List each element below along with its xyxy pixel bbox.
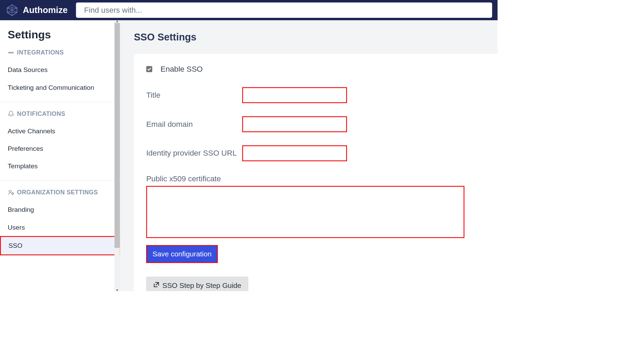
sso-guide-button[interactable]: SSO Step by Step Guide <box>146 277 248 291</box>
logo-area: Authomize <box>5 3 68 16</box>
cert-label: Public x509 certificate <box>146 174 485 183</box>
scrollbar-track[interactable]: ▲ ▼ <box>115 20 120 291</box>
sidebar-item-preferences[interactable]: Preferences <box>0 140 120 157</box>
section-header-org-settings: ORGANIZATION SETTINGS <box>0 189 120 201</box>
svg-point-6 <box>9 52 10 53</box>
email-domain-row: Email domain <box>146 116 485 132</box>
bell-icon <box>8 110 14 117</box>
search-container <box>76 2 492 18</box>
page-heading: SSO Settings <box>134 31 498 43</box>
svg-point-7 <box>12 52 13 53</box>
idp-url-label: Identity provider SSO URL <box>146 149 242 158</box>
guide-label: SSO Step by Step Guide <box>163 281 241 290</box>
section-label: INTEGRATIONS <box>17 49 64 56</box>
scroll-arrow-down-icon[interactable]: ▼ <box>116 289 119 291</box>
sidebar-item-sso[interactable]: SSO <box>0 236 120 255</box>
svg-point-12 <box>12 193 13 194</box>
topbar: Authomize <box>0 0 498 20</box>
main-content: SSO Settings Enable SSO Title Email doma… <box>120 20 498 291</box>
settings-card: Enable SSO Title Email domain Identity p… <box>134 54 498 291</box>
cert-section: Public x509 certificate <box>146 174 485 239</box>
scrollbar-thumb[interactable] <box>115 23 120 248</box>
integrations-icon <box>8 49 14 56</box>
section-org-settings: ORGANIZATION SETTINGS Branding Users SSO <box>0 189 120 261</box>
idp-url-row: Identity provider SSO URL <box>146 145 485 161</box>
external-link-icon <box>153 281 159 290</box>
save-configuration-button[interactable]: Save configuration <box>146 245 218 263</box>
cert-textarea[interactable] <box>146 186 464 238</box>
layout: ▲ ▼ Settings INTEGRATIONS Data Sources T… <box>0 20 498 291</box>
sidebar-item-branding[interactable]: Branding <box>0 201 120 218</box>
enable-sso-row: Enable SSO <box>146 65 485 74</box>
brand-name: Authomize <box>23 5 68 15</box>
section-header-integrations: INTEGRATIONS <box>0 49 120 61</box>
search-input[interactable] <box>76 2 492 18</box>
title-label: Title <box>146 91 242 100</box>
idp-url-input[interactable] <box>242 145 347 161</box>
sidebar-item-active-channels[interactable]: Active Channels <box>0 122 120 140</box>
title-row: Title <box>146 87 485 103</box>
enable-sso-label: Enable SSO <box>160 65 203 74</box>
sidebar-item-users[interactable]: Users <box>0 219 120 236</box>
title-input[interactable] <box>242 87 347 103</box>
page-title: Settings <box>0 28 120 49</box>
sidebar-item-ticketing[interactable]: Ticketing and Communication <box>0 79 120 96</box>
section-notifications: NOTIFICATIONS Active Channels Preference… <box>0 110 120 181</box>
section-label: NOTIFICATIONS <box>17 110 65 118</box>
sidebar-item-templates[interactable]: Templates <box>0 157 120 175</box>
email-domain-label: Email domain <box>146 120 242 129</box>
section-header-notifications: NOTIFICATIONS <box>0 110 120 122</box>
section-label: ORGANIZATION SETTINGS <box>17 189 98 196</box>
email-domain-input[interactable] <box>242 116 347 132</box>
svg-point-11 <box>9 190 11 192</box>
scroll-arrow-up-icon[interactable]: ▲ <box>116 19 119 23</box>
sidebar: ▲ ▼ Settings INTEGRATIONS Data Sources T… <box>0 20 120 291</box>
sidebar-item-data-sources[interactable]: Data Sources <box>0 61 120 78</box>
authomize-logo-icon <box>5 3 19 16</box>
section-integrations: INTEGRATIONS Data Sources Ticketing and … <box>0 49 120 102</box>
user-gear-icon <box>8 189 14 196</box>
enable-sso-checkbox[interactable] <box>146 66 152 72</box>
